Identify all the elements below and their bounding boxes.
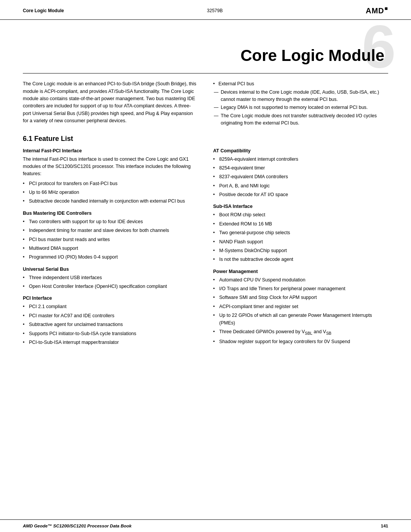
list-item: M-Systems DiskOnChip support xyxy=(213,247,388,254)
list-item: Open Host Controller Interface (OpenHCI)… xyxy=(23,283,198,290)
subsection-title: Sub-ISA Interface xyxy=(213,204,388,209)
list-item: Devices internal to the Core Logic modul… xyxy=(213,89,388,104)
subsection-title: Bus Mastering IDE Controllers xyxy=(23,211,198,216)
page: Core Logic Module 32579B AMD■ 6 Core Log… xyxy=(0,0,411,532)
list-item: External PCI bus xyxy=(213,80,388,88)
chapter-header: 6 Core Logic Module xyxy=(0,20,411,69)
list-item: 8237-equivalent DMA controllers xyxy=(213,173,388,181)
intro-left-text: The Core Logic module is an enhanced PCI… xyxy=(23,80,198,128)
header-section-title: Core Logic Module xyxy=(23,8,64,13)
subsection-at-compatibility: AT Compatibility 8259A-equivalent interr… xyxy=(213,148,388,199)
list-item: Multiword DMA support xyxy=(23,245,198,252)
list-item: Boot ROM chip select xyxy=(213,211,388,219)
subsection-sub-isa: Sub-ISA Interface Boot ROM chip select E… xyxy=(213,204,388,263)
list-item: Three Dedicated GPWIOs powered by VSBL a… xyxy=(213,328,388,337)
list-item: ACPI-compliant timer and register set xyxy=(213,303,388,310)
intro-right-bullets: External PCI bus Devices internal to the… xyxy=(213,80,388,128)
list-item: Two general-purpose chip selects xyxy=(213,229,388,236)
list-item: PCI master for AC97 and IDE controllers xyxy=(23,312,198,320)
subsection-bus-mastering-ide: Bus Mastering IDE Controllers Two contro… xyxy=(23,211,198,261)
subsection-title: Universal Serial Bus xyxy=(23,267,198,272)
list-item: PCI bus master burst reads and writes xyxy=(23,236,198,243)
left-column: Internal Fast-PCI Interface The internal… xyxy=(23,148,198,352)
bullet-list: Automated CPU 0V Suspend modulation I/O … xyxy=(213,276,388,345)
page-footer: AMD Geode™ SC1200/SC1201 Processor Data … xyxy=(0,519,411,532)
subsection-title: AT Compatibility xyxy=(213,148,388,153)
list-item: NAND Flash support xyxy=(213,238,388,246)
list-item: Legacy DMA is not supported to memory lo… xyxy=(213,104,388,111)
intro-section: The Core Logic module is an enhanced PCI… xyxy=(23,80,388,128)
right-column: AT Compatibility 8259A-equivalent interr… xyxy=(213,148,388,352)
list-item: Up to 22 GPIOs of which all can generate… xyxy=(213,312,388,327)
header-doc-number: 32579B xyxy=(207,8,223,13)
footer-book-title: AMD Geode™ SC1200/SC1201 Processor Data … xyxy=(23,524,132,528)
list-item: Positive decode for AT I/O space xyxy=(213,191,388,198)
page-header: Core Logic Module 32579B AMD■ xyxy=(0,0,411,20)
amd-logo-text: AMD xyxy=(366,6,384,15)
list-item: Subtractive decode handled internally in… xyxy=(23,198,198,205)
list-item: Is not the subtractive decode agent xyxy=(213,256,388,263)
list-item: Automated CPU 0V Suspend modulation xyxy=(213,276,388,284)
list-item: Three independent USB interfaces xyxy=(23,274,198,281)
list-item: PCI-to-Sub-ISA interrupt mapper/translat… xyxy=(23,339,198,346)
list-item: Shadow register support for legacy contr… xyxy=(213,338,388,345)
subsection-pci-interface: PCI Interface PCI 2.1 compliant PCI mast… xyxy=(23,296,198,346)
main-content: The Core Logic module is an enhanced PCI… xyxy=(0,80,411,351)
bullet-list: 8259A-equivalent interrupt controllers 8… xyxy=(213,156,388,199)
list-item: Independent timing for master and slave … xyxy=(23,227,198,234)
subsection-text: The internal Fast-PCI bus interface is u… xyxy=(23,156,198,178)
list-item: Programmed I/O (PIO) Modes 0-4 support xyxy=(23,254,198,261)
list-item: 8259A-equivalent interrupt controllers xyxy=(213,156,388,163)
subsection-title: PCI Interface xyxy=(23,296,198,301)
list-item: Extended ROM to 16 MB xyxy=(213,220,388,228)
list-item: Supports PCI initiator-to-Sub-ISA cycle … xyxy=(23,330,198,337)
subsection-power-management: Power Management Automated CPU 0V Suspen… xyxy=(213,269,388,345)
subsection-internal-fast-pci: Internal Fast-PCI Interface The internal… xyxy=(23,148,198,205)
intro-bullet-list: External PCI bus Devices internal to the… xyxy=(213,80,388,127)
bullet-list: PCI 2.1 compliant PCI master for AC97 an… xyxy=(23,303,198,346)
chapter-title: Core Logic Module xyxy=(23,27,388,65)
list-item: 8254-equivalent timer xyxy=(213,165,388,172)
list-item: PCI protocol for transfers on Fast-PCI b… xyxy=(23,180,198,187)
list-item: PCI 2.1 compliant xyxy=(23,303,198,310)
feature-list-columns: Internal Fast-PCI Interface The internal… xyxy=(23,148,388,352)
list-item: Software SMI and Stop Clock for APM supp… xyxy=(213,294,388,301)
bullet-list: Three independent USB interfaces Open Ho… xyxy=(23,274,198,291)
subsection-title: Internal Fast-PCI Interface xyxy=(23,148,198,153)
list-item: Two controllers with support for up to f… xyxy=(23,218,198,225)
list-item: I/O Traps and Idle Timers for peripheral… xyxy=(213,285,388,292)
amd-logo: AMD■ xyxy=(366,5,388,16)
list-item: Subtractive agent for unclaimed transact… xyxy=(23,321,198,328)
section-title: 6.1 Feature List xyxy=(23,135,388,143)
list-item: Up to 66 MHz operation xyxy=(23,189,198,196)
list-item: The Core Logic module does not transfer … xyxy=(213,112,388,127)
amd-logo-symbol: ■ xyxy=(385,5,388,11)
list-item: Port A, B, and NMI logic xyxy=(213,182,388,190)
section-divider xyxy=(23,73,388,73)
subsection-usb: Universal Serial Bus Three independent U… xyxy=(23,267,198,291)
bullet-list: Boot ROM chip select Extended ROM to 16 … xyxy=(213,211,388,263)
subsection-title: Power Management xyxy=(213,269,388,274)
bullet-list: PCI protocol for transfers on Fast-PCI b… xyxy=(23,180,198,205)
footer-page-number: 141 xyxy=(381,524,388,528)
bullet-list: Two controllers with support for up to f… xyxy=(23,218,198,261)
